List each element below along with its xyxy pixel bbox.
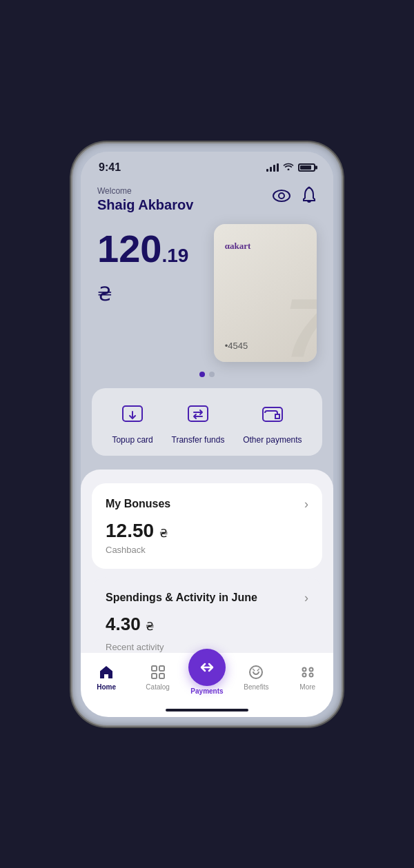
transfer-icon [186, 402, 210, 427]
spendings-amount: 4.30 ₴ [106, 614, 308, 635]
nav-payments-container: Payments [188, 660, 226, 695]
other-payments-icon [260, 402, 285, 427]
payments-transfer-icon [198, 658, 216, 676]
card-last-four: •4545 [225, 341, 306, 351]
actions-section: Topup card Transfer funds [81, 388, 333, 470]
battery-icon [298, 163, 315, 172]
svg-rect-4 [188, 406, 208, 421]
svg-point-14 [257, 669, 259, 671]
card-brand-logo: αakart [225, 235, 306, 253]
more-icon [299, 664, 316, 680]
nav-payments-button[interactable] [188, 649, 226, 686]
transfer-button[interactable]: Transfer funds [172, 399, 225, 445]
svg-point-12 [250, 666, 262, 678]
topup-button[interactable]: Topup card [112, 399, 152, 445]
nav-payments-label: Payments [190, 687, 223, 695]
main-content: Welcome Shaig Akbarov [81, 176, 333, 653]
cards-section: My Bonuses › 12.50 ₴ Cashback Spendings … [81, 470, 333, 653]
catalog-icon [150, 664, 166, 680]
benefits-icon [248, 664, 264, 680]
bonuses-chevron-icon: › [304, 497, 308, 512]
spendings-card[interactable]: Spendings & Activity in June › 4.30 ₴ Re… [92, 577, 322, 653]
hero-section: Welcome Shaig Akbarov [81, 176, 333, 213]
other-payments-label: Other payments [243, 435, 302, 445]
card-brand-name: akart [230, 241, 250, 251]
header-icons [273, 186, 317, 208]
bottom-nav: Home Catalog Payments [81, 653, 333, 709]
signal-icon [266, 163, 279, 172]
notification-button[interactable] [302, 186, 317, 208]
bonuses-card[interactable]: My Bonuses › 12.50 ₴ Cashback [92, 483, 322, 569]
nav-catalog-button[interactable]: Catalog [137, 664, 179, 691]
spendings-title: Spendings & Activity in June [106, 592, 257, 604]
spendings-chevron-icon: › [304, 591, 308, 605]
home-bar [166, 709, 248, 711]
nav-home-button[interactable]: Home [86, 664, 127, 691]
nav-catalog-label: Catalog [146, 683, 169, 691]
eye-button[interactable] [273, 186, 290, 208]
status-bar: 9:41 [81, 152, 333, 176]
home-indicator [81, 709, 333, 717]
home-icon [98, 664, 115, 680]
topup-icon [120, 402, 145, 427]
eye-icon [273, 190, 290, 202]
balance-card-area: 120.19 ₴ αakart 7 •4545 [81, 213, 333, 362]
svg-point-13 [254, 669, 255, 671]
balance-whole: 120 [97, 227, 161, 270]
svg-rect-10 [152, 674, 157, 678]
status-time: 9:41 [99, 161, 121, 174]
balance-section: 120.19 ₴ [97, 224, 214, 307]
bonuses-card-title: My Bonuses [106, 498, 170, 510]
svg-rect-9 [159, 666, 164, 671]
balance-display: 120.19 ₴ [97, 230, 214, 307]
nav-home-label: Home [97, 683, 116, 691]
phone-frame: 9:41 [72, 143, 342, 725]
wifi-icon [283, 162, 294, 172]
other-payments-button[interactable]: Other payments [243, 399, 302, 445]
nav-more-button[interactable]: More [287, 664, 328, 691]
svg-point-17 [302, 673, 306, 676]
actions-container: Topup card Transfer funds [92, 388, 322, 456]
dot-1[interactable] [199, 372, 205, 377]
topup-label: Topup card [112, 435, 152, 445]
balance-currency: ₴ [97, 283, 112, 305]
status-icons [266, 162, 315, 172]
nav-benefits-button[interactable]: Benefits [235, 664, 277, 691]
svg-point-0 [273, 190, 290, 201]
nav-benefits-label: Benefits [244, 683, 268, 691]
carousel-dots [81, 362, 333, 388]
balance-decimal: .19 [161, 245, 188, 266]
svg-point-2 [308, 186, 310, 188]
phone-screen: 9:41 [81, 152, 333, 717]
svg-rect-11 [159, 674, 164, 678]
svg-point-1 [279, 193, 284, 199]
svg-point-18 [309, 673, 313, 676]
svg-point-16 [309, 667, 313, 671]
transfer-label: Transfer funds [172, 435, 225, 445]
dot-2[interactable] [209, 372, 215, 377]
bonuses-amount: 12.50 ₴ [106, 520, 308, 542]
svg-point-15 [302, 667, 306, 671]
bell-icon [302, 186, 317, 204]
svg-rect-8 [152, 666, 157, 671]
bonuses-subtitle: Cashback [106, 545, 308, 555]
nav-more-label: More [299, 683, 315, 691]
payment-card[interactable]: αakart 7 •4545 [214, 224, 317, 362]
